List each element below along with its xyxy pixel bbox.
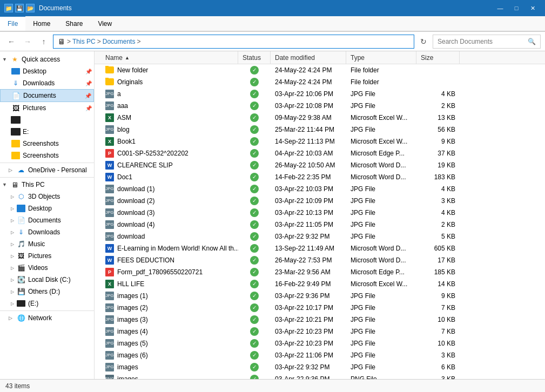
file-type: Microsoft Word D...: [346, 245, 416, 252]
sidebar-item-desktop[interactable]: Desktop 📌: [0, 65, 94, 77]
file-date: 03-Apr-22 10:17 PM: [271, 304, 346, 312]
table-row[interactable]: JPG download ✓ 03-Apr-22 9:32 PM JPG Fil…: [95, 231, 545, 242]
table-row[interactable]: PNG images ✓ 03-Apr-22 9:36 PM PNG File …: [95, 373, 545, 379]
sidebar-item-pc-desktop[interactable]: ▷ Desktop: [0, 202, 94, 214]
table-row[interactable]: JPG images (6) ✓ 03-Apr-22 11:06 PM JPG …: [95, 349, 545, 361]
maximize-button[interactable]: □: [508, 0, 524, 16]
sidebar-item-pc-pictures[interactable]: ▷ 🖼 Pictures: [0, 250, 94, 262]
sidebar-item-e[interactable]: ▷ (E:): [0, 298, 94, 309]
sidebar-item-local-c[interactable]: ▷ 💽 Local Disk (C:): [0, 274, 94, 286]
sidebar-item-documents[interactable]: 📄 Documents 📌: [0, 89, 94, 102]
up-button[interactable]: ↑: [37, 35, 51, 49]
file-type: JPG File: [346, 185, 416, 193]
onedrive-arrow: ▷: [9, 167, 16, 173]
file-date: 16-Feb-22 9:49 PM: [271, 280, 346, 288]
table-row[interactable]: JPG download (3) ✓ 03-Apr-22 10:13 PM JP…: [95, 207, 545, 219]
sidebar-item-black-drive[interactable]: [0, 114, 94, 126]
file-date: 03-Apr-22 10:06 PM: [271, 90, 346, 98]
table-row[interactable]: JPG a ✓ 03-Apr-22 10:06 PM JPG File 4 KB: [95, 88, 545, 100]
file-type: JPG File: [346, 352, 416, 359]
pc-desktop-icon: [16, 204, 26, 213]
status-check: ✓: [250, 232, 259, 241]
table-row[interactable]: JPG images (5) ✓ 03-Apr-22 10:23 PM JPG …: [95, 337, 545, 349]
pictures-label: Pictures: [23, 104, 84, 112]
table-row[interactable]: JPG images (1) ✓ 03-Apr-22 9:36 PM JPG F…: [95, 290, 545, 302]
table-row[interactable]: JPG download (1) ✓ 03-Apr-22 10:03 PM JP…: [95, 183, 545, 195]
sidebar-item-network[interactable]: ▷ 🌐 Network: [0, 312, 94, 324]
table-row[interactable]: JPG images (2) ✓ 03-Apr-22 10:17 PM JPG …: [95, 302, 545, 314]
table-row[interactable]: W E-Learning in Modern World! Know All t…: [95, 242, 545, 254]
col-header-name[interactable]: Name ▲: [101, 51, 238, 64]
sidebar-item-pc-music[interactable]: ▷ 🎵 Music: [0, 238, 94, 250]
table-row[interactable]: JPG aaa ✓ 03-Apr-22 10:08 PM JPG File 2 …: [95, 100, 545, 112]
sidebar-item-pc-downloads[interactable]: ▷ ⇓ Downloads: [0, 226, 94, 238]
sidebar-item-pictures[interactable]: 🖼 Pictures 📌: [0, 102, 94, 114]
table-row[interactable]: JPG images (3) ✓ 03-Apr-22 10:21 PM JPG …: [95, 314, 545, 326]
col-header-type[interactable]: Type: [346, 51, 416, 64]
pc-music-label: Music: [28, 240, 92, 248]
table-row[interactable]: P C001-SP-52532^202202 ✓ 04-Apr-22 10:03…: [95, 147, 545, 159]
minimize-button[interactable]: —: [492, 0, 508, 16]
col-name-sort: ▲: [125, 55, 130, 60]
pc-downloads-label: Downloads: [28, 228, 92, 236]
table-row[interactable]: W FEES DEDUCTION ✓ 26-May-22 7:53 PM Mic…: [95, 254, 545, 266]
file-size: 56 KB: [416, 126, 460, 133]
address-path[interactable]: 🖥 > This PC > Documents >: [53, 35, 414, 49]
file-status: ✓: [238, 90, 271, 98]
table-row[interactable]: JPG download (2) ✓ 03-Apr-22 10:09 PM JP…: [95, 195, 545, 207]
sidebar-item-others-d[interactable]: ▷ 💾 Others (D:): [0, 286, 94, 298]
file-type-icon: JPG: [105, 232, 114, 241]
sidebar-item-downloads[interactable]: ⇓ Downloads 📌: [0, 77, 94, 89]
table-row[interactable]: JPG images (4) ✓ 03-Apr-22 10:23 PM JPG …: [95, 326, 545, 337]
sidebar-item-onedrive[interactable]: ▷ ☁ OneDrive - Personal: [0, 164, 94, 176]
search-icon: 🔍: [528, 38, 536, 45]
tab-view[interactable]: View: [90, 16, 119, 31]
table-row[interactable]: New folder ✓ 24-May-22 4:24 PM File fold…: [95, 64, 545, 76]
status-check: ✓: [250, 66, 259, 75]
status-check: ✓: [250, 125, 259, 134]
status-bar: 43 items: [0, 379, 545, 392]
table-row[interactable]: X ASM ✓ 09-May-22 9:38 AM Microsoft Exce…: [95, 112, 545, 124]
quick-access-header[interactable]: ▼ ★ Quick access: [0, 53, 94, 65]
table-row[interactable]: JPG blog ✓ 25-Mar-22 11:44 PM JPG File 5…: [95, 124, 545, 136]
table-row[interactable]: X Book1 ✓ 14-Sep-22 11:13 PM Microsoft E…: [95, 136, 545, 147]
table-row[interactable]: W Doc1 ✓ 14-Feb-22 2:35 PM Microsoft Wor…: [95, 171, 545, 183]
back-button[interactable]: ←: [4, 35, 18, 49]
close-button[interactable]: ✕: [524, 0, 541, 16]
file-size: 13 KB: [416, 114, 460, 121]
sidebar-item-screenshots2[interactable]: Screenshots: [0, 150, 94, 161]
table-row[interactable]: JPG images ✓ 03-Apr-22 9:32 PM JPG File …: [95, 361, 545, 373]
status-check: ✓: [250, 292, 259, 300]
file-status: ✓: [238, 185, 271, 193]
this-pc-header[interactable]: ▼ 🖥 This PC: [0, 179, 94, 191]
path-this-pc[interactable]: This PC: [72, 38, 96, 45]
table-row[interactable]: P Form_pdf_178096550220721 ✓ 23-Mar-22 9…: [95, 266, 545, 278]
refresh-button[interactable]: ↻: [416, 35, 430, 49]
tab-file[interactable]: File: [0, 16, 25, 31]
desktop-label: Desktop: [23, 67, 84, 75]
sidebar-item-pc-documents[interactable]: ▷ 📄 Documents: [0, 214, 94, 226]
ribbon-tabs: File Home Share View: [0, 16, 545, 31]
tab-home[interactable]: Home: [25, 16, 58, 31]
col-header-status[interactable]: Status: [238, 51, 271, 64]
sidebar-item-screenshots1[interactable]: Screenshots: [0, 138, 94, 150]
forward-button[interactable]: →: [21, 35, 35, 49]
file-type-icon: JPG: [105, 220, 114, 229]
file-name: P Form_pdf_178096550220721: [101, 268, 238, 276]
path-documents[interactable]: Documents: [103, 38, 136, 45]
table-row[interactable]: W CLEARENCE SLIP ✓ 26-May-22 10:50 AM Mi…: [95, 159, 545, 171]
table-row[interactable]: X HLL LIFE ✓ 16-Feb-22 9:49 PM Microsoft…: [95, 278, 545, 290]
sidebar-item-e-drive[interactable]: E:: [0, 126, 94, 138]
tab-share[interactable]: Share: [58, 16, 90, 31]
sidebar-item-3dobjects[interactable]: ▷ ⬡ 3D Objects: [0, 191, 94, 202]
file-status: ✓: [238, 256, 271, 265]
search-input[interactable]: [438, 38, 526, 45]
file-date: 24-May-22 4:24 PM: [271, 78, 346, 86]
col-header-size[interactable]: Size: [416, 51, 460, 64]
col-header-date[interactable]: Date modified: [271, 51, 346, 64]
table-row[interactable]: JPG download (4) ✓ 03-Apr-22 11:05 PM JP…: [95, 219, 545, 231]
search-box[interactable]: 🔍: [433, 35, 541, 49]
black-drive-icon: [11, 116, 21, 124]
table-row[interactable]: Originals ✓ 24-May-22 4:24 PM File folde…: [95, 76, 545, 88]
sidebar-item-pc-videos[interactable]: ▷ 🎬 Videos: [0, 262, 94, 274]
